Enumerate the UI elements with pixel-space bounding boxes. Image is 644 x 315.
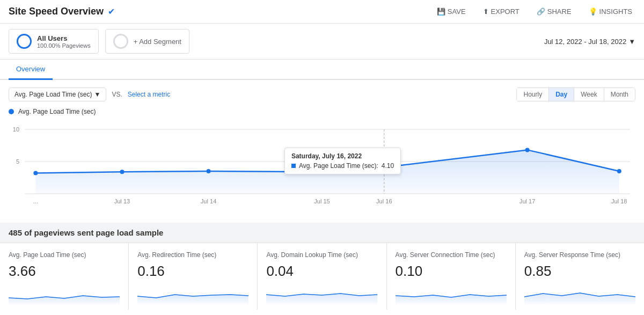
main-chart: 10 5 <box>9 119 635 215</box>
week-button[interactable]: Week <box>574 88 604 101</box>
data-point <box>617 169 621 173</box>
insights-button[interactable]: 💡 INSIGHTS <box>586 5 635 18</box>
metric-selector: Avg. Page Load Time (sec) ▼ VS. Select a… <box>9 87 170 101</box>
sparkline-4 <box>524 283 635 304</box>
chart-container: 10 5 <box>9 119 635 215</box>
metric-card-label-3: Avg. Server Connection Time (sec) <box>396 251 507 260</box>
metric-card-label-4: Avg. Server Response Time (sec) <box>524 251 635 260</box>
segments-row: All Users 100.00% Pageviews + Add Segmen… <box>0 24 644 60</box>
data-point <box>525 148 530 152</box>
chevron-down-icon: ▼ <box>94 91 101 98</box>
metric-card-value-4: 0.85 <box>524 263 635 280</box>
svg-text:Jul 14: Jul 14 <box>201 198 217 204</box>
svg-text:Jul 13: Jul 13 <box>114 198 130 204</box>
chart-controls: Avg. Page Load Time (sec) ▼ VS. Select a… <box>9 87 635 101</box>
metric-card-label-2: Avg. Domain Lookup Time (sec) <box>266 251 377 260</box>
metric-label: Avg. Page Load Time (sec) <box>14 91 92 98</box>
metric-dropdown[interactable]: Avg. Page Load Time (sec) ▼ <box>9 87 106 101</box>
save-icon: 💾 <box>437 8 445 16</box>
svg-text:5: 5 <box>16 158 19 165</box>
tabs-row: Overview <box>0 60 644 80</box>
metric-card-3: Avg. Server Connection Time (sec) 0.10 <box>387 243 516 310</box>
add-segment[interactable]: + Add Segment <box>105 29 189 54</box>
svg-text:Jul 18: Jul 18 <box>611 198 627 204</box>
svg-text:...: ... <box>33 198 38 204</box>
tab-overview[interactable]: Overview <box>9 60 53 80</box>
chevron-down-icon: ▼ <box>628 38 635 46</box>
time-granularity: Hourly Day Week Month <box>516 87 635 101</box>
sparkline-1 <box>137 283 248 304</box>
page-title: Site Speed Overview <box>9 6 104 17</box>
header-actions: 💾 SAVE ⬆ EXPORT 🔗 SHARE 💡 INSIGHTS <box>434 5 635 18</box>
header-left: Site Speed Overview ✔ <box>9 6 115 17</box>
sparkline-3 <box>396 283 507 304</box>
metric-card-value-1: 0.16 <box>137 263 248 280</box>
share-icon: 🔗 <box>537 8 545 16</box>
svg-text:10: 10 <box>13 126 19 133</box>
summary-bar: 485 of pageviews sent page load sample <box>0 223 644 243</box>
insights-icon: 💡 <box>589 8 597 16</box>
sparkline-2 <box>266 283 377 304</box>
verified-icon: ✔ <box>108 6 115 17</box>
month-button[interactable]: Month <box>604 88 635 101</box>
chart-legend: Avg. Page Load Time (sec) <box>9 108 635 115</box>
legend-label: Avg. Page Load Time (sec) <box>18 108 96 115</box>
select-metric-link[interactable]: Select a metric <box>128 91 170 98</box>
segment-circle <box>17 34 32 49</box>
segment-sub: 100.00% Pageviews <box>37 42 91 49</box>
data-point <box>120 170 124 174</box>
svg-text:Jul 17: Jul 17 <box>519 198 536 204</box>
date-range-selector[interactable]: Jul 12, 2022 - Jul 18, 2022 ▼ <box>544 38 635 46</box>
export-button[interactable]: ⬆ EXPORT <box>480 5 523 18</box>
sparkline-0 <box>9 283 120 304</box>
metric-card-0: Avg. Page Load Time (sec) 3.66 <box>0 243 129 310</box>
metric-card-2: Avg. Domain Lookup Time (sec) 0.04 <box>258 243 386 310</box>
segment-text: All Users 100.00% Pageviews <box>37 34 91 49</box>
metric-card-value-2: 0.04 <box>266 263 377 280</box>
chart-section: Avg. Page Load Time (sec) ▼ VS. Select a… <box>0 80 644 223</box>
metric-card-value-3: 0.10 <box>396 263 507 280</box>
header: Site Speed Overview ✔ 💾 SAVE ⬆ EXPORT 🔗 … <box>0 0 644 24</box>
day-button[interactable]: Day <box>549 88 574 101</box>
metric-card-label-0: Avg. Page Load Time (sec) <box>9 251 120 260</box>
svg-text:Jul 16: Jul 16 <box>376 198 392 204</box>
data-point <box>320 170 324 174</box>
legend-dot <box>9 109 14 114</box>
metric-card-4: Avg. Server Response Time (sec) 0.85 <box>516 243 644 310</box>
metric-card-value-0: 3.66 <box>9 263 120 280</box>
add-segment-label: + Add Segment <box>134 38 181 46</box>
date-range-label: Jul 12, 2022 - Jul 18, 2022 <box>544 38 626 46</box>
data-point <box>207 169 211 173</box>
segment-name: All Users <box>37 34 91 42</box>
data-point <box>33 171 38 175</box>
summary-text: 485 of pageviews sent page load sample <box>9 228 163 237</box>
all-users-segment[interactable]: All Users 100.00% Pageviews <box>9 29 99 54</box>
svg-text:Jul 15: Jul 15 <box>314 198 330 204</box>
metric-cards: Avg. Page Load Time (sec) 3.66 Avg. Redi… <box>0 243 644 310</box>
metric-card-1: Avg. Redirection Time (sec) 0.16 <box>129 243 258 310</box>
vs-label: VS. <box>112 91 122 98</box>
save-button[interactable]: 💾 SAVE <box>434 5 469 18</box>
add-segment-circle <box>113 34 128 49</box>
hourly-button[interactable]: Hourly <box>517 88 549 101</box>
export-icon: ⬆ <box>483 8 489 16</box>
metric-card-label-1: Avg. Redirection Time (sec) <box>137 251 248 260</box>
share-button[interactable]: 🔗 SHARE <box>533 5 575 18</box>
